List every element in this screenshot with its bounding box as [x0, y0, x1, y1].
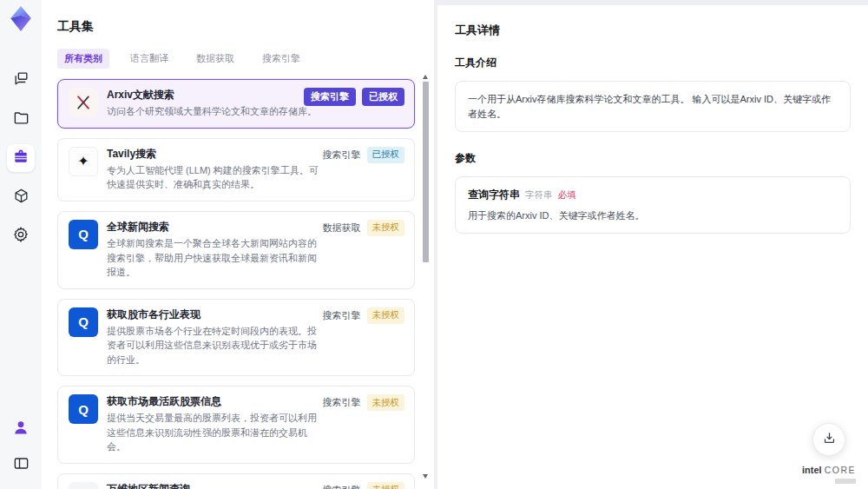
tool-title: 获取市场最活跃股票信息 [107, 394, 320, 408]
tool-auth-badge: 已授权 [367, 147, 405, 163]
tool-auth-badge: 未授权 [367, 482, 405, 489]
parameter-list: 查询字符串 字符串 必填 用于搜索的Arxiv ID、关键字或作者姓名。 [455, 176, 851, 234]
tool-category-badge: 搜索引擎 [323, 309, 361, 322]
tool-badges: 搜索引擎 已授权 [323, 147, 405, 163]
tool-body: 万维地区新闻查询 查询具体行政区划内的新闻，快速了解各地新闻动 [107, 482, 320, 489]
category-tab-3[interactable]: 搜索引擎 [255, 49, 307, 69]
parameter-header: 查询字符串 字符串 必填 [468, 188, 838, 202]
details-panel-title: 工具详情 [455, 23, 851, 38]
sidebar-item-toolbox[interactable] [7, 144, 35, 172]
tool-body: Tavily搜索 专为人工智能代理 (LLM) 构建的搜索引擎工具。可快速提供实… [107, 147, 320, 192]
category-tab-2[interactable]: 数据获取 [189, 49, 241, 69]
chat-icon [13, 70, 30, 90]
panel-toggle-button[interactable] [7, 451, 35, 479]
tool-category-badge: 搜索引擎 [323, 396, 361, 409]
intel-core-logo: intelcore [802, 461, 856, 484]
tool-intro-text: 一个用于从Arxiv存储库搜索科学论文和文章的工具。 输入可以是Arxiv ID… [455, 81, 851, 132]
toolbox-icon [12, 148, 30, 169]
panel-layout-icon [13, 455, 30, 475]
parameter-name: 查询字符串 [468, 188, 520, 202]
tool-card[interactable]: ✦ Tavily搜索 专为人工智能代理 (LLM) 构建的搜索引擎工具。可快速提… [57, 138, 415, 202]
news-logo-icon: Q [69, 220, 98, 249]
tool-card[interactable]: Q 获取市场最活跃股票信息 提供当天交易量最高的股票列表，投资者可以利用这些信息… [57, 386, 415, 464]
category-tab-1[interactable]: 语言翻译 [123, 49, 175, 69]
tool-description: 访问各个研究领域大量科学论文和文章的存储库。 [107, 104, 376, 119]
intro-heading: 工具介绍 [455, 56, 851, 70]
tool-category-badge: 搜索引擎 [323, 149, 361, 162]
tavily-logo-icon: ✦ [69, 147, 98, 176]
parameter-card: 查询字符串 字符串 必填 用于搜索的Arxiv ID、关键字或作者姓名。 [455, 176, 851, 234]
avatar-icon [12, 419, 30, 439]
sidebar-nav [7, 66, 35, 250]
tool-badges: 搜索引擎 未授权 [323, 482, 405, 489]
news-logo-icon: Q [69, 307, 98, 337]
app-root: 工具集 所有类别语言翻译数据获取搜索引擎 Arxiv文献搜索 访问各个研究领域大… [0, 0, 868, 489]
details-panel: 工具详情 工具介绍 一个用于从Arxiv存储库搜索科学论文和文章的工具。 输入可… [437, 5, 868, 489]
sidebar-item-folder[interactable] [7, 105, 35, 133]
app-logo[interactable] [8, 7, 34, 35]
intel-wordmark: intel [802, 465, 822, 475]
tool-card[interactable]: Arxiv文献搜索 访问各个研究领域大量科学论文和文章的存储库。 搜索引擎 已授… [57, 79, 415, 129]
sidebar-item-cube[interactable] [7, 183, 35, 211]
news-logo-icon: Q [69, 394, 98, 424]
tool-badges: 搜索引擎 未授权 [323, 394, 405, 411]
tool-description: 提供股票市场各个行业在特定时间段内的表现。投资者可以利用这些信息来识别表现优于或… [107, 324, 320, 367]
brand-subtext [835, 479, 856, 484]
tool-body: 全球新闻搜索 全球新闻搜索是一个聚合全球各大新闻网站内容的搜索引擎，帮助用户快速… [107, 220, 320, 280]
parameter-type: 字符串 [525, 189, 553, 202]
tool-category-badge: 搜索引擎 [323, 484, 361, 489]
tool-list: Arxiv文献搜索 访问各个研究领域大量科学论文和文章的存储库。 搜索引擎 已授… [57, 79, 415, 489]
tool-auth-badge: 已授权 [362, 88, 404, 106]
user-avatar[interactable] [7, 415, 35, 443]
tool-title: 万维地区新闻查询 [107, 482, 320, 489]
tool-badges: 数据获取 未授权 [323, 220, 405, 236]
tool-category-badge: 数据获取 [323, 221, 361, 235]
tools-panel: 工具集 所有类别语言翻译数据获取搜索引擎 Arxiv文献搜索 访问各个研究领域大… [42, 0, 434, 489]
tool-title: Tavily搜索 [107, 147, 320, 161]
building-icon [69, 482, 98, 489]
download-button[interactable] [812, 423, 845, 456]
download-icon [822, 431, 837, 449]
tool-description: 专为人工智能代理 (LLM) 构建的搜索引擎工具。可快速提供实时、准确和真实的结… [107, 163, 320, 192]
tool-title: 全球新闻搜索 [107, 220, 320, 234]
tool-title: 获取股市各行业表现 [107, 307, 320, 321]
tool-auth-badge: 未授权 [367, 394, 405, 411]
tool-card[interactable]: Q 全球新闻搜索 全球新闻搜索是一个聚合全球各大新闻网站内容的搜索引擎，帮助用户… [57, 211, 415, 289]
sidebar [0, 0, 42, 489]
parameter-description: 用于搜索的Arxiv ID、关键字或作者姓名。 [468, 209, 838, 222]
arxiv-logo-icon [69, 88, 98, 117]
scroll-up-arrow-icon[interactable] [423, 75, 428, 79]
tool-description: 提供当天交易量最高的股票列表，投资者可以利用这些信息来识别流动性强的股票和潜在的… [107, 411, 320, 454]
gear-icon [12, 226, 30, 247]
tool-body: 获取股市各行业表现 提供股票市场各个行业在特定时间段内的表现。投资者可以利用这些… [107, 307, 320, 367]
tool-auth-badge: 未授权 [367, 220, 405, 236]
category-tab-0[interactable]: 所有类别 [57, 49, 109, 69]
tool-category-badge: 搜索引擎 [304, 88, 356, 106]
tools-panel-title: 工具集 [57, 19, 415, 35]
scrollbar-thumb[interactable] [423, 82, 429, 262]
sidebar-item-chat[interactable] [7, 66, 35, 94]
tool-card[interactable]: Q 获取股市各行业表现 提供股票市场各个行业在特定时间段内的表现。投资者可以利用… [57, 299, 415, 377]
tool-description: 全球新闻搜索是一个聚合全球各大新闻网站内容的搜索引擎，帮助用户快速获取全球最新资… [107, 236, 320, 280]
cube-icon [13, 188, 30, 208]
scrollbar[interactable] [422, 75, 430, 479]
sidebar-bottom [7, 415, 35, 479]
tool-body: 获取市场最活跃股票信息 提供当天交易量最高的股票列表，投资者可以利用这些信息来识… [107, 394, 320, 454]
params-heading: 参数 [455, 151, 851, 166]
tool-badges: 搜索引擎 未授权 [323, 307, 405, 324]
scroll-down-arrow-icon[interactable] [423, 474, 428, 479]
parameter-required-badge: 必填 [558, 189, 576, 202]
tool-badges: 搜索引擎 已授权 [304, 88, 404, 106]
folder-icon [13, 109, 30, 129]
tool-card[interactable]: 万维地区新闻查询 查询具体行政区划内的新闻，快速了解各地新闻动 搜索引擎 未授权 [57, 473, 415, 489]
main-area: 工具集 所有类别语言翻译数据获取搜索引擎 Arxiv文献搜索 访问各个研究领域大… [42, 0, 868, 489]
core-wordmark: core [825, 465, 856, 475]
tool-auth-badge: 未授权 [367, 307, 405, 324]
category-tabs: 所有类别语言翻译数据获取搜索引擎 [57, 49, 415, 69]
gem-logo-icon [10, 6, 32, 36]
corner-widgets: intelcore [802, 423, 856, 484]
sidebar-item-settings[interactable] [7, 222, 35, 250]
